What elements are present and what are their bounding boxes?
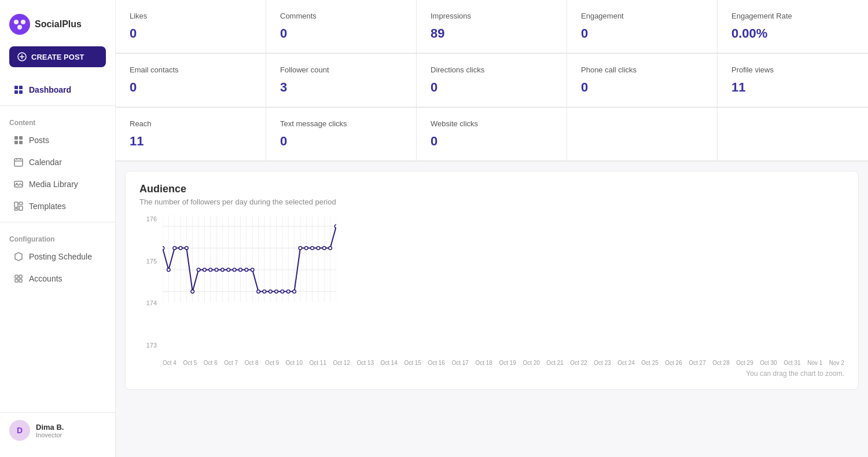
- chart-x-label: Nov 1: [807, 360, 822, 366]
- svg-rect-23: [19, 206, 23, 210]
- chart-x-label: Oct 25: [641, 360, 658, 366]
- stat-label-website-clicks: Website clicks: [431, 119, 553, 128]
- stat-value-engagement: 0: [581, 26, 703, 41]
- chart-drag-hint: You can drag the chart to zoom.: [139, 370, 844, 378]
- svg-point-1: [14, 20, 19, 24]
- templates-icon: [14, 202, 23, 211]
- svg-rect-24: [14, 209, 18, 210]
- svg-point-2: [21, 20, 25, 24]
- svg-point-0: [9, 14, 30, 35]
- stat-value-email-contacts: 0: [130, 80, 252, 95]
- sidebar-item-posting-schedule[interactable]: Posting Schedule: [5, 246, 111, 267]
- stat-card-impressions: Impressions 89: [417, 0, 567, 53]
- chart-x-label: Oct 27: [689, 360, 705, 366]
- chart-x-label: Oct 10: [286, 360, 303, 366]
- chart-x-label: Oct 21: [546, 360, 563, 366]
- accounts-icon: [14, 274, 23, 283]
- svg-rect-26: [19, 275, 22, 278]
- calendar-icon: [14, 158, 23, 167]
- svg-rect-9: [14, 90, 18, 94]
- stat-label-follower-count: Follower count: [280, 65, 402, 74]
- chart-x-label: Nov 2: [829, 360, 844, 366]
- user-name: Dima B.: [36, 423, 64, 432]
- chart-x-label: Oct 15: [404, 360, 421, 366]
- stat-card-comments: Comments 0: [266, 0, 417, 53]
- stat-value-follower-count: 3: [280, 80, 402, 95]
- svg-rect-22: [19, 202, 23, 204]
- stat-value-comments: 0: [280, 26, 402, 41]
- stat-card-directions-clicks: Directions clicks 0: [417, 54, 567, 107]
- stat-label-directions-clicks: Directions clicks: [431, 65, 553, 74]
- chart-x-label: Oct 14: [380, 360, 397, 366]
- chart-y-label: 175: [146, 258, 157, 265]
- svg-rect-8: [19, 86, 23, 89]
- stats-row-2: Email contacts 0 Follower count 3 Direct…: [116, 54, 868, 108]
- sidebar-item-calendar[interactable]: Calendar: [5, 152, 111, 173]
- sidebar-item-dashboard[interactable]: Dashboard: [5, 79, 111, 100]
- chart-x-label: Oct 8: [245, 360, 259, 366]
- main-content: Likes 0 Comments 0 Impressions 89 Engage…: [116, 0, 868, 457]
- content-section-label: Content: [0, 111, 115, 129]
- create-post-button[interactable]: CREATE POST: [9, 46, 106, 67]
- sidebar-item-templates[interactable]: Templates: [5, 196, 111, 217]
- stat-label-phone-call-clicks: Phone call clicks: [581, 65, 703, 74]
- audience-section: Audience The number of followers per day…: [125, 171, 859, 390]
- stats-row-3: Reach 11 Text message clicks 0 Website c…: [116, 108, 868, 162]
- stat-label-profile-views: Profile views: [731, 65, 854, 74]
- sidebar-item-media-library[interactable]: Media Library: [5, 174, 111, 195]
- chart-x-label: Oct 12: [333, 360, 350, 366]
- chart-x-label: Oct 26: [665, 360, 682, 366]
- chart-x-label: Oct 9: [265, 360, 279, 366]
- stat-card-engagement-rate: Engagement Rate 0.00%: [718, 0, 868, 53]
- stat-value-phone-call-clicks: 0: [581, 80, 703, 95]
- chart-x-label: Oct 20: [523, 360, 539, 366]
- sidebar: SocialPlus CREATE POST Dashboard Content…: [0, 0, 116, 457]
- chart-x-label: Oct 5: [183, 360, 197, 366]
- stat-card-email-contacts: Email contacts 0: [116, 54, 266, 107]
- app-name: SocialPlus: [35, 19, 82, 30]
- chart-x-label: Oct 28: [712, 360, 729, 366]
- logo-area: SocialPlus: [0, 9, 115, 46]
- stat-label-comments: Comments: [280, 12, 402, 20]
- avatar: D: [9, 420, 30, 441]
- chart-y-axis: 176175174173: [139, 215, 160, 349]
- user-profile-area[interactable]: D Dima B. Inovector: [0, 412, 115, 448]
- create-post-icon: [17, 52, 27, 61]
- stat-value-engagement-rate: 0.00%: [731, 26, 854, 41]
- chart-x-label: Oct 6: [204, 360, 218, 366]
- stat-label-reach: Reach: [130, 119, 252, 128]
- audience-chart[interactable]: 176175174173 Oct 4Oct 5Oct 6Oct 7Oct 8Oc…: [139, 215, 844, 366]
- stat-card-engagement: Engagement 0: [567, 0, 718, 53]
- stat-label-engagement-rate: Engagement Rate: [731, 12, 854, 20]
- chart-x-label: Oct 19: [499, 360, 516, 366]
- sidebar-item-accounts[interactable]: Accounts: [5, 268, 111, 289]
- stats-row-1: Likes 0 Comments 0 Impressions 89 Engage…: [116, 0, 868, 54]
- svg-rect-15: [14, 159, 23, 166]
- stat-card-reach: Reach 11: [116, 108, 266, 161]
- stat-label-impressions: Impressions: [431, 12, 553, 20]
- chart-x-label: Oct 24: [617, 360, 634, 366]
- svg-point-3: [17, 25, 22, 30]
- stat-value-likes: 0: [130, 26, 252, 41]
- chart-x-label: Oct 4: [163, 360, 176, 366]
- audience-subtitle: The number of followers per day during t…: [139, 198, 844, 206]
- stat-card-phone-call-clicks: Phone call clicks 0: [567, 54, 718, 107]
- stat-value-reach: 11: [130, 134, 252, 149]
- media-library-icon: [14, 180, 23, 189]
- stat-value-website-clicks: 0: [431, 134, 553, 149]
- svg-rect-25: [15, 275, 18, 278]
- chart-x-label: Oct 13: [356, 360, 373, 366]
- chart-x-label: Oct 11: [310, 360, 326, 366]
- chart-x-axis: Oct 4Oct 5Oct 6Oct 7Oct 8Oct 9Oct 10Oct …: [163, 350, 844, 366]
- stat-card-profile-views: Profile views 11: [718, 54, 868, 107]
- stat-card-follower-count: Follower count 3: [266, 54, 417, 107]
- svg-rect-28: [19, 279, 22, 282]
- svg-rect-13: [14, 141, 18, 144]
- chart-x-label: Oct 16: [428, 360, 444, 366]
- svg-rect-12: [19, 136, 23, 140]
- posting-schedule-icon: [14, 252, 23, 261]
- sidebar-item-posts[interactable]: Posts: [5, 130, 111, 151]
- configuration-section-label: Configuration: [0, 227, 115, 246]
- chart-canvas[interactable]: [163, 215, 336, 302]
- svg-rect-7: [14, 86, 18, 89]
